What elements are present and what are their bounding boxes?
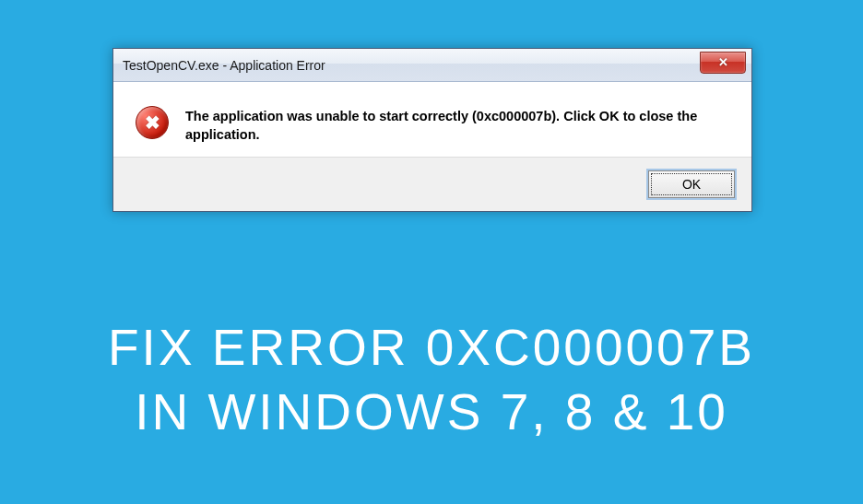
titlebar: TestOpenCV.exe - Application Error ✕	[113, 49, 751, 82]
headline-line1: FIX ERROR 0XC000007B	[0, 315, 863, 380]
window-title: TestOpenCV.exe - Application Error	[123, 58, 325, 73]
dialog-body: ✖ The application was unable to start co…	[113, 82, 751, 157]
ok-button[interactable]: OK	[648, 170, 735, 198]
button-row: OK	[113, 157, 751, 211]
error-dialog: TestOpenCV.exe - Application Error ✕ ✖ T…	[112, 48, 752, 212]
close-button[interactable]: ✕	[700, 52, 746, 74]
headline-line2: IN WINDOWS 7, 8 & 10	[0, 380, 863, 444]
x-icon: ✖	[145, 111, 160, 134]
error-message: The application was unable to start corr…	[185, 106, 729, 144]
headline: FIX ERROR 0XC000007B IN WINDOWS 7, 8 & 1…	[0, 315, 863, 445]
error-icon: ✖	[136, 106, 169, 139]
close-icon: ✕	[718, 55, 728, 69]
